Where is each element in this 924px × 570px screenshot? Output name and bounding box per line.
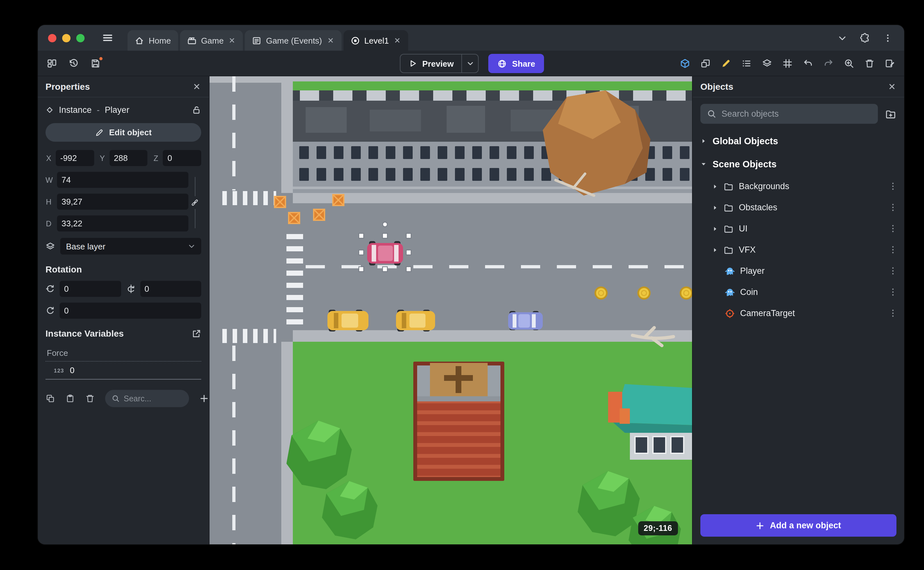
- tab-level1[interactable]: Level1: [343, 30, 408, 51]
- z-input[interactable]: [163, 150, 201, 166]
- tab-close-icon[interactable]: [327, 37, 334, 44]
- tab-game-events[interactable]: Game (Events): [245, 30, 341, 51]
- chevron-down-icon: [188, 242, 195, 250]
- add-folder-icon[interactable]: [885, 108, 897, 120]
- object-cameratarget[interactable]: CameraTarget: [693, 303, 904, 324]
- history-icon[interactable]: [69, 58, 79, 68]
- variable-name-row[interactable]: Force: [46, 345, 201, 362]
- undo-icon[interactable]: [803, 58, 813, 68]
- folder-backgrounds[interactable]: Backgrounds: [693, 176, 904, 197]
- row-menu-kebab-icon[interactable]: [888, 287, 898, 297]
- caret-right-icon: [700, 138, 707, 144]
- y-input[interactable]: [109, 150, 147, 166]
- scene-canvas[interactable]: 29;-116: [209, 76, 692, 544]
- width-input[interactable]: [57, 172, 188, 188]
- folder-vfx[interactable]: VFX: [693, 239, 904, 260]
- yellow-car-1: [327, 310, 368, 331]
- zoom-in-icon[interactable]: [844, 58, 854, 68]
- caret-right-icon: [712, 183, 718, 190]
- open-variables-external-icon[interactable]: [192, 329, 201, 338]
- row-menu-kebab-icon[interactable]: [888, 266, 898, 276]
- view-3d-icon[interactable]: [680, 58, 690, 68]
- caret-right-icon: [712, 225, 718, 232]
- toolbar-right-group: [680, 58, 895, 68]
- objects-search-input[interactable]: [721, 109, 872, 119]
- instance-variables-header: Instance Variables: [46, 328, 201, 339]
- link-dimensions-icon[interactable]: [190, 198, 199, 207]
- rotation-title: Rotation: [46, 264, 201, 274]
- objects-search[interactable]: [700, 104, 878, 124]
- add-variable-icon[interactable]: [199, 394, 209, 403]
- height-input[interactable]: [57, 194, 188, 210]
- camera-target-icon: [725, 308, 735, 318]
- instance-list-icon[interactable]: [741, 58, 751, 68]
- panels-layout-icon[interactable]: [47, 58, 57, 68]
- home-icon: [134, 35, 144, 45]
- more-options-kebab-icon[interactable]: [883, 33, 893, 43]
- tab-close-icon[interactable]: [228, 37, 236, 44]
- object-coin[interactable]: Coin: [693, 282, 904, 303]
- tab-game[interactable]: Game: [180, 30, 243, 51]
- scene-properties-icon[interactable]: [885, 58, 895, 68]
- x-input[interactable]: [56, 150, 94, 166]
- z-label: Z: [153, 153, 159, 162]
- layer-row: Base layer: [46, 238, 201, 254]
- object-player[interactable]: Player: [693, 260, 904, 282]
- scene-art: [209, 76, 692, 544]
- unlock-icon[interactable]: [192, 105, 201, 115]
- row-menu-kebab-icon[interactable]: [888, 202, 898, 212]
- save-icon[interactable]: [90, 58, 101, 68]
- redo-icon[interactable]: [823, 58, 834, 68]
- rotation-row-2: [46, 303, 201, 319]
- copy-icon[interactable]: [46, 394, 55, 403]
- folder-obstacles[interactable]: Obstacles: [693, 197, 904, 218]
- window-menu-chevron-icon[interactable]: [837, 33, 847, 43]
- group-label: Global Objects: [713, 136, 778, 146]
- instances-icon[interactable]: [700, 58, 711, 68]
- edit-object-button[interactable]: Edit object: [46, 123, 201, 142]
- tab-close-icon[interactable]: [393, 37, 401, 44]
- minimize-window-button[interactable]: [62, 34, 70, 42]
- edit-tool-pencil-icon[interactable]: [721, 58, 731, 68]
- add-new-object-button[interactable]: Add a new object: [700, 514, 897, 537]
- row-menu-kebab-icon[interactable]: [888, 181, 898, 191]
- w-label: W: [46, 175, 52, 184]
- depth-input[interactable]: [57, 215, 188, 231]
- titlebar: Home Game Game (Events): [38, 25, 904, 51]
- layers-icon[interactable]: [762, 58, 772, 68]
- preview-button[interactable]: Preview: [400, 55, 461, 72]
- scene-icon: [350, 35, 360, 45]
- variables-search-input[interactable]: [124, 394, 183, 403]
- extensions-icon[interactable]: [860, 33, 870, 43]
- properties-title: Properties: [46, 81, 90, 92]
- tab-home[interactable]: Home: [128, 30, 178, 51]
- folder-label: VFX: [739, 245, 883, 254]
- variable-value-input[interactable]: [70, 365, 201, 375]
- delete-trash-icon[interactable]: [864, 58, 875, 68]
- close-objects-icon[interactable]: [887, 82, 897, 91]
- zoom-window-button[interactable]: [76, 34, 85, 42]
- group-global-objects[interactable]: Global Objects: [693, 130, 904, 153]
- preview-options-chevron[interactable]: [461, 55, 478, 72]
- row-menu-kebab-icon[interactable]: [888, 308, 898, 318]
- delete-variable-trash-icon[interactable]: [85, 394, 95, 403]
- rotation-x-input[interactable]: [60, 281, 121, 297]
- folder-ui[interactable]: UI: [693, 218, 904, 239]
- group-scene-objects[interactable]: Scene Objects: [693, 153, 904, 176]
- grid-icon[interactable]: [782, 58, 793, 68]
- row-menu-kebab-icon[interactable]: [888, 245, 898, 254]
- instance-diamond-icon: [46, 106, 54, 114]
- caret-right-icon: [712, 247, 718, 253]
- close-window-button[interactable]: [48, 34, 57, 42]
- main-menu-icon[interactable]: [102, 32, 113, 44]
- layer-select[interactable]: Base layer: [60, 238, 201, 254]
- paste-icon[interactable]: [66, 394, 75, 403]
- share-button[interactable]: Share: [488, 54, 544, 73]
- row-menu-kebab-icon[interactable]: [888, 224, 898, 233]
- close-properties-icon[interactable]: [192, 82, 201, 91]
- variable-name: Force: [47, 348, 68, 358]
- rotation-y-input[interactable]: [140, 281, 201, 297]
- rotation-z-input[interactable]: [60, 303, 201, 319]
- play-icon: [408, 59, 417, 68]
- variables-search[interactable]: [105, 390, 189, 407]
